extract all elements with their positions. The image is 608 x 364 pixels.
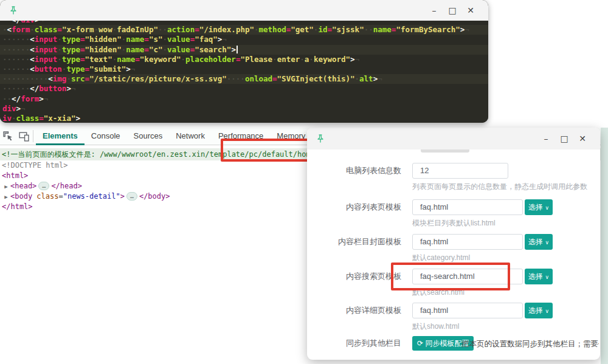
code-line: ······<button·type="submit">¬ xyxy=(0,64,488,74)
annotation-box-search-template xyxy=(391,263,510,290)
close-button[interactable]: ✕ xyxy=(573,128,592,149)
chevron-down-icon: ∨ xyxy=(545,239,549,246)
expand-arrow-icon[interactable]: ▶ xyxy=(2,192,10,202)
field-label: 内容详细页模板 xyxy=(307,303,401,318)
field-help-text: 列表页面每页显示的信息数量，静态生成时调用此参数 xyxy=(412,182,595,191)
minimize-button[interactable]: – xyxy=(425,0,443,21)
sync-description: 把本页的设置数据同步到其他栏目；需要保存之后再同 xyxy=(461,339,599,349)
field-label: 内容栏目封面模板 xyxy=(307,234,401,250)
code-line: iv·class="x-xia"> xyxy=(0,114,488,123)
editor-titlebar[interactable]: – □ ✕ xyxy=(0,0,488,21)
field-help-text: 模块栏目列表默认list.html xyxy=(412,219,595,227)
template-input[interactable]: 12 xyxy=(412,163,508,179)
sync-icon: ⟳ xyxy=(417,339,423,348)
toolbar-divider xyxy=(33,130,33,142)
chevron-down-icon: ∨ xyxy=(545,205,549,211)
select-template-button[interactable]: 选择 ∨ xyxy=(525,234,553,250)
field-help-text: 默认show.html xyxy=(412,322,595,331)
collapsed-children-ellipsis[interactable]: … xyxy=(38,182,49,190)
sync-row-label: 同步到其他栏目 xyxy=(307,336,401,351)
expand-arrow-icon[interactable]: ▶ xyxy=(2,182,10,192)
chevron-down-icon: ∨ xyxy=(545,308,549,314)
code-line: ·<form·class="x-form·wow·fadeInUp"··acti… xyxy=(0,25,488,35)
select-template-button[interactable]: 选择 ∨ xyxy=(525,269,553,284)
settings-row: 内容列表页模板faq.html选择 ∨模块栏目列表默认list.html xyxy=(307,199,600,215)
minimize-button[interactable]: – xyxy=(537,128,555,149)
template-input[interactable]: faq.html xyxy=(412,199,523,215)
settings-row: 电脑列表信息数12列表页面每页显示的信息数量，静态生成时调用此参数 xyxy=(307,163,600,179)
close-button[interactable]: ✕ xyxy=(461,0,480,21)
cut-off-element-fragment xyxy=(421,149,469,153)
select-template-button[interactable]: 选择 ∨ xyxy=(525,199,553,215)
select-template-button[interactable]: 选择 ∨ xyxy=(525,303,553,318)
settings-row: 内容详细页模板faq.html选择 ∨默认show.html xyxy=(307,303,600,318)
code-line: ··</div>¬ xyxy=(0,21,488,25)
pinned-code-window: – □ ✕ ··</div>¬·<form·class="x-form·wow·… xyxy=(0,0,488,123)
pinned-settings-window: – □ ✕ 电脑列表信息数12列表页面每页显示的信息数量，静态生成时调用此参数内… xyxy=(307,128,600,360)
field-label: 电脑列表信息数 xyxy=(307,163,401,179)
template-input[interactable]: faq.html xyxy=(412,303,523,318)
tab-elements[interactable]: Elements xyxy=(36,128,85,145)
code-line: ··</form>¬ xyxy=(0,94,488,104)
code-line: div>¬ xyxy=(0,104,488,114)
pin-icon xyxy=(316,134,325,143)
tab-console[interactable]: Console xyxy=(85,128,127,145)
maximize-button[interactable]: □ xyxy=(555,128,573,149)
tab-network[interactable]: Network xyxy=(169,128,212,145)
code-line: ······<input·type="hidden"·name="s"·valu… xyxy=(0,35,488,44)
settings-row: 内容栏目封面模板faq.html选择 ∨默认category.html xyxy=(307,234,600,250)
pin-icon xyxy=(9,5,18,15)
settings-titlebar[interactable]: – □ ✕ xyxy=(307,128,600,149)
tab-sources[interactable]: Sources xyxy=(127,128,170,145)
annotation-box-template-path xyxy=(221,139,312,162)
code-line: ······<input·type="text"·name="keyword"·… xyxy=(0,55,488,64)
inspect-element-icon[interactable] xyxy=(0,129,16,143)
chevron-down-icon: ∨ xyxy=(545,274,549,280)
code-line: ··········<img·src="/static/res/picture/… xyxy=(0,74,488,84)
device-toolbar-icon[interactable] xyxy=(16,129,32,143)
template-input[interactable]: faq.html xyxy=(412,234,523,250)
collapsed-children-ellipsis[interactable]: … xyxy=(126,192,137,201)
field-label: 内容列表页模板 xyxy=(307,199,401,215)
field-help-text: 默认category.html xyxy=(412,253,595,262)
background-page-strip xyxy=(601,128,608,364)
code-line: ······<input·type="hidden"·name="c"·valu… xyxy=(0,45,488,55)
code-line: ······</button>¬ xyxy=(0,84,488,94)
code-editor-content: ··</div>¬·<form·class="x-form·wow·fadeIn… xyxy=(0,21,488,123)
maximize-button[interactable]: □ xyxy=(443,0,461,21)
field-label: 内容搜索页模板 xyxy=(307,269,401,284)
